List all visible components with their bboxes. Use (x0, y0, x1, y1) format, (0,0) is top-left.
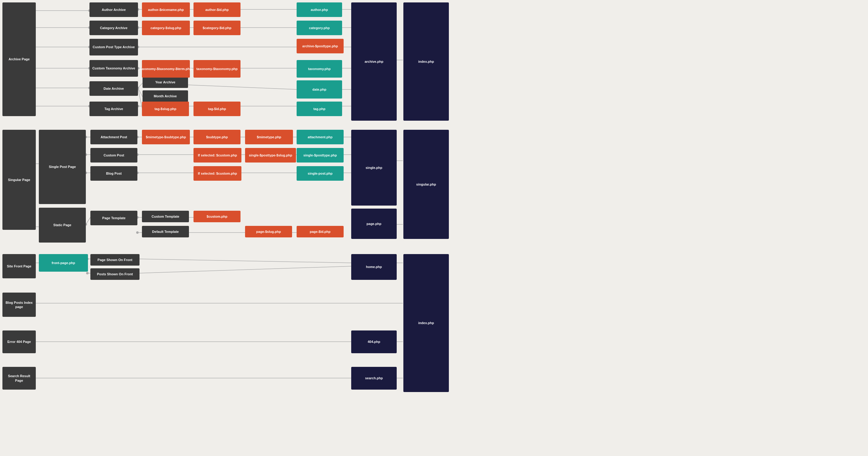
single-post-php-node: single-post.php (297, 166, 344, 181)
blog-posts-index-node: Blog Posts Index page (2, 293, 36, 317)
author-archive-node: Author Archive (90, 2, 138, 17)
svg-line-83 (139, 266, 351, 273)
month-archive-node: Month Archive (143, 90, 188, 102)
index-php-main-node: index.php (403, 254, 449, 392)
svg-line-67 (86, 217, 90, 224)
tag-id-node: tag-$id.php (193, 102, 241, 116)
posts-shown-on-front-node: Posts Shown On Front (90, 268, 140, 280)
taxonomy-tax-node: taxonomy-$taxonomy.php (193, 60, 241, 77)
default-template-node: Default Template (142, 226, 189, 237)
site-front-page-node: Site Front Page (2, 254, 36, 278)
tag-slug-node: tag-$slug.php (142, 102, 189, 116)
author-php-node: author.php (297, 2, 342, 17)
if-selected-custom2-node: If selected: $custom.php (193, 166, 241, 181)
page-php-node: page.php (351, 208, 397, 239)
author-id-node: author-$id.php (193, 2, 241, 17)
date-archive-node: Date Archive (90, 81, 138, 96)
tag-php-node: tag.php (297, 102, 342, 116)
attachment-php-node: attachment.php (297, 130, 344, 144)
single-posttype-slug-node: single-$posttype-$slug.php (245, 148, 296, 163)
archive-posttype-node: archive-$posttype.php (297, 39, 344, 53)
svg-line-31 (188, 85, 297, 90)
diagram: Archive Page Author Archive Category Arc… (0, 0, 868, 456)
custom-template-node: Custom Template (142, 211, 189, 222)
svg-point-72 (136, 231, 138, 234)
svg-line-82 (139, 259, 351, 263)
static-page-node: Static Page (39, 208, 86, 242)
home-php-node: home.php (351, 254, 397, 280)
category-id-node: $category-$id.php (193, 21, 241, 35)
if-selected-custom1-node: If selected: $custom.php (193, 148, 241, 163)
page-id-node: page-$id.php (297, 226, 344, 237)
mimetype-subtype-node: $mimetype-$subtype.php (142, 130, 190, 144)
page-shown-on-front-node: Page Shown On Front (90, 254, 140, 266)
search-result-node: Search Result Page (2, 367, 36, 390)
svg-point-81 (86, 272, 89, 274)
custom-post-type-archive-node: Custom Post Type Archive (90, 39, 138, 56)
search-php-node: search.php (351, 367, 397, 390)
index-php-archive-node: index.php (403, 2, 449, 121)
custom-taxonomy-archive-node: Custom Taxonomy Archive (90, 60, 138, 77)
category-slug-node: category-$slug.php (142, 21, 190, 35)
custom-php-node: $custom.php (193, 211, 241, 222)
custom-post-node: Custom Post (90, 148, 137, 163)
author-nicename-node: author-$nicename.php (142, 2, 190, 17)
single-post-page-node: Single Post Page (39, 130, 86, 204)
error-404-node: Error 404 Page (2, 330, 36, 353)
singular-php-node: singular.php (403, 130, 449, 239)
taxonomy-term-node: taxonomy-$taxonomy-$term.php (142, 60, 190, 77)
archive-page-node: Archive Page (2, 2, 36, 116)
year-archive-node: Year Archive (143, 76, 188, 88)
single-php-node: single.php (351, 130, 397, 205)
mimetype-php-node: $mimetype.php (245, 130, 293, 144)
single-posttype-node: single-$posttype.php (297, 148, 344, 163)
svg-line-26 (138, 83, 143, 88)
attachment-post-node: Attachment Post (90, 130, 137, 144)
tag-archive-node: Tag Archive (90, 102, 138, 116)
category-php-node: category.php (297, 21, 342, 35)
date-php-node: date.php (297, 80, 342, 99)
page-slug-node: page-$slug.php (245, 226, 292, 237)
blog-post-node: Blog Post (90, 166, 137, 181)
front-page-php-node: front-page.php (39, 254, 88, 272)
taxonomy-php-node: taxonomy.php (297, 60, 342, 77)
error-404-php-node: 404.php (351, 330, 397, 353)
archive-php-node: archive.php (351, 2, 397, 121)
svg-line-29 (138, 88, 143, 97)
page-template-node: Page Template (90, 211, 137, 225)
subtype-php-node: $subtype.php (193, 130, 241, 144)
category-archive-node: Category Archive (90, 21, 138, 35)
singular-page-node: Singular Page (2, 130, 36, 230)
